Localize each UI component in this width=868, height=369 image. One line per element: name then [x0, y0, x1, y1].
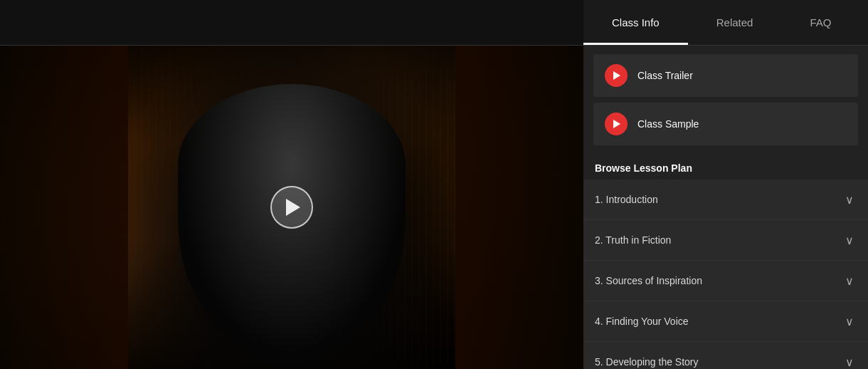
play-button[interactable] — [270, 186, 313, 229]
sample-play-icon — [605, 113, 628, 135]
books-left — [0, 46, 128, 369]
lesson-item[interactable]: 4. Finding Your Voice∨ — [583, 301, 868, 342]
lesson-label: 2. Truth in Fiction — [595, 234, 671, 246]
top-bar-left — [0, 0, 583, 45]
lesson-plan-header: Browse Lesson Plan — [583, 154, 868, 180]
right-panel: Class Trailer Class Sample Browse Lesson… — [583, 46, 868, 369]
class-sample-button[interactable]: Class Sample — [593, 103, 858, 145]
lesson-label: 1. Introduction — [595, 194, 658, 205]
lesson-item[interactable]: 5. Developing the Story∨ — [583, 342, 868, 369]
tab-class-info[interactable]: Class Info — [583, 0, 688, 45]
chevron-down-icon: ∨ — [842, 192, 857, 207]
tab-related[interactable]: Related — [688, 0, 782, 45]
sample-play-triangle-icon — [613, 120, 620, 128]
trailer-play-icon — [605, 64, 628, 87]
play-triangle-icon — [286, 199, 300, 216]
trailer-play-triangle-icon — [613, 71, 620, 80]
lesson-item[interactable]: 3. Sources of Inspiration∨ — [583, 261, 868, 301]
video-buttons: Class Trailer Class Sample — [583, 46, 868, 154]
lesson-label: 4. Finding Your Voice — [595, 316, 689, 327]
books-right — [455, 46, 583, 369]
chevron-down-icon: ∨ — [842, 233, 857, 247]
top-nav: Class Info Related FAQ — [0, 0, 868, 46]
class-trailer-button[interactable]: Class Trailer — [593, 54, 858, 97]
chevron-down-icon: ∨ — [842, 314, 857, 328]
tab-faq[interactable]: FAQ — [781, 0, 859, 45]
lesson-label: 3. Sources of Inspiration — [595, 275, 702, 286]
lessons-scroll[interactable]: 1. Introduction∨2. Truth in Fiction∨3. S… — [583, 180, 868, 369]
video-area — [0, 46, 583, 369]
lesson-item[interactable]: 1. Introduction∨ — [583, 180, 868, 220]
lesson-plan: Browse Lesson Plan 1. Introduction∨2. Tr… — [583, 154, 868, 369]
main-content: Class Trailer Class Sample Browse Lesson… — [0, 46, 868, 369]
tabs-area: Class Info Related FAQ — [583, 0, 868, 45]
lesson-item[interactable]: 2. Truth in Fiction∨ — [583, 220, 868, 261]
chevron-down-icon: ∨ — [842, 355, 857, 369]
chevron-down-icon: ∨ — [842, 274, 857, 288]
lesson-label: 5. Developing the Story — [595, 356, 699, 368]
